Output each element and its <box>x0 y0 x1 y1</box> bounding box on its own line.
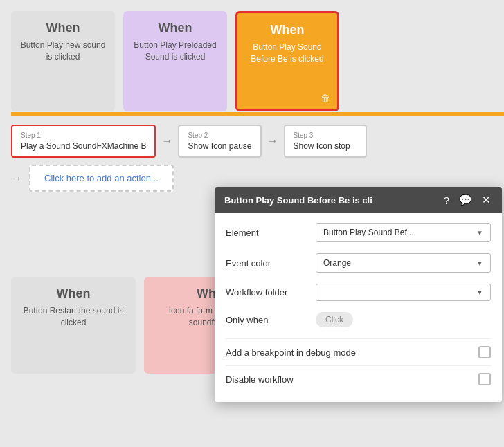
when-card-orange-subtitle: Button Play Sound Before Be is clicked <box>244 42 330 65</box>
steps-row: Step 1 Play a Sound SoundFXMachine B → S… <box>11 125 367 158</box>
event-color-row: Event color Orange ▼ <box>226 253 491 273</box>
arrow-2-icon: → <box>267 135 278 147</box>
only-when-label: Only when <box>226 315 316 325</box>
connector-bar <box>11 112 504 116</box>
step-2-content: Show Icon pause <box>188 141 251 151</box>
workflow-folder-label: Workflow folder <box>226 287 316 298</box>
workflow-folder-row: Workflow folder ▼ <box>226 284 491 301</box>
when-card-gray[interactable]: When Button Play new sound is clicked <box>11 11 115 111</box>
when-card-orange-title: When <box>271 23 305 37</box>
step-3-content: Show Icon stop <box>294 141 357 151</box>
event-color-chevron-icon: ▼ <box>476 259 483 267</box>
element-label: Element <box>226 228 316 238</box>
modal-header: Button Play Sound Before Be is cli ? 💬 ✕ <box>215 187 502 213</box>
step-2-label: Step 2 <box>188 131 251 139</box>
when-card-orange[interactable]: When Button Play Sound Before Be is clic… <box>235 11 339 111</box>
add-action-arrow-icon: → <box>11 172 22 185</box>
when-card-bottom-gray-subtitle: Button Restart the sound is clicked <box>18 305 129 329</box>
canvas-area: When Button Play new sound is clicked Wh… <box>0 0 504 447</box>
when-card-lavender-subtitle: Button Play Preloaded Sound is clicked <box>130 39 220 63</box>
when-card-bottom-gray-title: When <box>57 286 91 301</box>
when-card-gray-subtitle: Button Play new sound is clicked <box>18 39 108 63</box>
only-when-badge[interactable]: Click <box>316 312 353 327</box>
modal-panel: Button Play Sound Before Be is cli ? 💬 ✕… <box>215 187 502 402</box>
disable-checkbox[interactable] <box>478 373 491 385</box>
event-color-label: Event color <box>226 258 316 268</box>
arrow-1-icon: → <box>161 135 172 147</box>
modal-header-icons: ? 💬 ✕ <box>442 194 492 206</box>
when-card-lavender[interactable]: When Button Play Preloaded Sound is clic… <box>123 11 227 111</box>
event-color-control: Orange ▼ <box>316 253 491 273</box>
modal-title: Button Play Sound Before Be is cli <box>224 195 442 206</box>
when-card-bottom-pink-title: Wh <box>197 286 216 301</box>
workflow-folder-control: ▼ <box>316 284 491 301</box>
breakpoint-checkbox[interactable] <box>478 346 491 358</box>
step-1-label: Step 1 <box>21 131 146 139</box>
event-color-value: Orange <box>323 258 351 268</box>
step-3-label: Step 3 <box>294 131 357 139</box>
workflow-folder-chevron-icon: ▼ <box>476 289 483 296</box>
disable-row: Disable workflow <box>226 365 491 392</box>
when-card-bottom-gray[interactable]: When Button Restart the sound is clicked <box>11 277 136 374</box>
help-icon-button[interactable]: ? <box>442 194 451 206</box>
when-card-lavender-title: When <box>159 21 192 35</box>
step-2-box[interactable]: Step 2 Show Icon pause <box>178 125 261 158</box>
add-action-row: → Click here to add an action... <box>11 165 174 192</box>
when-card-gray-title: When <box>46 21 80 35</box>
modal-body: Element Button Play Sound Bef... ▼ Event… <box>215 213 502 402</box>
element-value: Button Play Sound Bef... <box>323 228 414 237</box>
when-cards-row: When Button Play new sound is clicked Wh… <box>0 0 350 111</box>
workflow-folder-dropdown[interactable]: ▼ <box>316 284 491 301</box>
breakpoint-row: Add a breakpoint in debug mode <box>226 338 491 365</box>
event-color-dropdown[interactable]: Orange ▼ <box>316 253 491 273</box>
close-icon-button[interactable]: ✕ <box>480 194 492 206</box>
element-row: Element Button Play Sound Bef... ▼ <box>226 223 491 242</box>
step-1-box[interactable]: Step 1 Play a Sound SoundFXMachine B <box>11 125 156 158</box>
comment-icon-button[interactable]: 💬 <box>458 194 474 206</box>
add-action-button[interactable]: Click here to add an action... <box>29 165 174 192</box>
element-dropdown[interactable]: Button Play Sound Bef... ▼ <box>316 223 491 242</box>
breakpoint-label: Add a breakpoint in debug mode <box>226 347 356 358</box>
trash-icon[interactable]: 🗑 <box>321 93 330 104</box>
element-control: Button Play Sound Bef... ▼ <box>316 223 491 242</box>
only-when-row: Only when Click <box>226 312 491 327</box>
step-3-box[interactable]: Step 3 Show Icon stop <box>284 125 367 158</box>
step-1-content: Play a Sound SoundFXMachine B <box>21 141 146 151</box>
disable-label: Disable workflow <box>226 374 294 385</box>
element-chevron-icon: ▼ <box>476 229 483 237</box>
